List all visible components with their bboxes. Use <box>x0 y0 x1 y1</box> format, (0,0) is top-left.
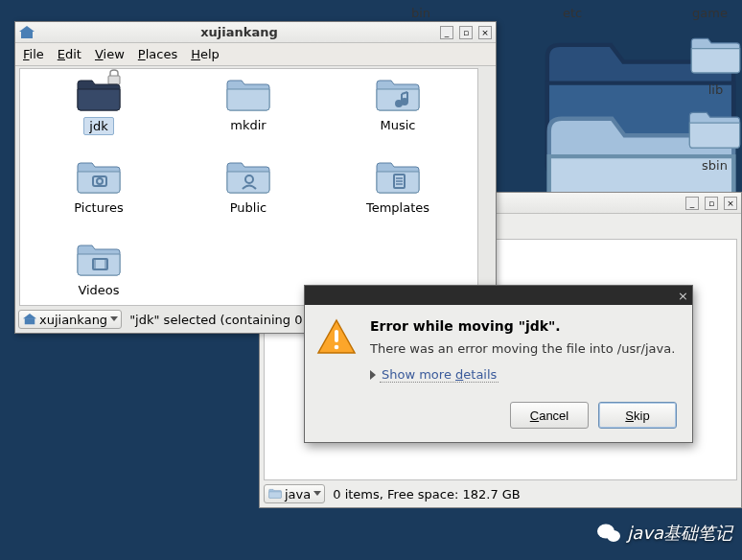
error-dialog: × Error while moving "jdk". There was an… <box>304 285 693 443</box>
location-label: java <box>285 487 311 502</box>
file-label: Public <box>225 199 271 216</box>
titlebar: xujiankang _ ▫ × <box>15 22 496 43</box>
bg-folder-lib[interactable]: lib <box>689 36 742 98</box>
file-item-music[interactable]: Music <box>323 79 473 161</box>
cancel-button[interactable]: Cancel <box>510 402 589 429</box>
menu-file[interactable]: File <box>23 47 44 61</box>
dialog-message: There was an error moving the file into … <box>370 341 675 356</box>
minimize-button[interactable]: _ <box>685 197 699 210</box>
label: game <box>687 5 732 21</box>
icon-view[interactable]: jdkmkdirMusicPicturesPublicTemplatesVide… <box>19 68 478 306</box>
bg-folder-game[interactable]: game <box>687 5 732 21</box>
file-item-jdk[interactable]: jdk <box>24 79 174 161</box>
folder-icon <box>76 161 122 196</box>
statusbar-text: "jdk" selected (containing 0 <box>126 313 302 327</box>
folder-icon <box>375 79 421 113</box>
file-item-pictures[interactable]: Pictures <box>24 161 174 244</box>
location-button[interactable]: java <box>264 484 325 503</box>
folder-icon <box>268 487 282 501</box>
dialog-heading: Error while moving "jdk". <box>370 318 675 334</box>
folder-icon <box>687 110 742 154</box>
label: sbin <box>697 157 732 174</box>
chevron-down-icon <box>110 316 118 321</box>
window-title: xujiankang <box>38 25 440 39</box>
bg-folder-sbin[interactable]: sbin <box>687 110 742 174</box>
minimize-button[interactable]: _ <box>440 26 453 39</box>
menu-help[interactable]: Help <box>191 47 220 61</box>
disclosure-triangle-icon <box>370 370 376 380</box>
label: bin <box>406 5 435 21</box>
folder-icon <box>76 79 122 113</box>
show-more-details[interactable]: Show more details <box>370 367 675 383</box>
close-button[interactable]: × <box>478 26 492 39</box>
svg-point-12 <box>607 530 620 542</box>
file-label: jdk <box>83 117 113 135</box>
watermark-text: java基础笔记 <box>627 522 732 545</box>
menubar: File Edit View Places Help <box>15 43 496 66</box>
menu-edit[interactable]: Edit <box>58 47 81 61</box>
label: lib <box>704 82 728 98</box>
dialog-titlebar: × <box>305 286 692 305</box>
home-icon <box>23 313 36 326</box>
svg-point-5 <box>402 99 407 105</box>
file-label: Videos <box>73 282 124 298</box>
file-label: Templates <box>361 199 434 216</box>
folder-icon <box>76 244 122 278</box>
file-label: Pictures <box>69 199 128 216</box>
folder-icon <box>225 161 271 196</box>
skip-button[interactable]: Skip <box>598 402 677 429</box>
file-item-videos[interactable]: Videos <box>24 244 174 306</box>
folder-icon <box>225 79 271 113</box>
location-label: xujiankang <box>39 313 107 327</box>
file-item-templates[interactable]: Templates <box>323 161 473 244</box>
bg-folder-etc[interactable]: etc <box>558 5 587 21</box>
menu-places[interactable]: Places <box>138 47 177 61</box>
location-button[interactable]: xujiankang <box>18 310 122 329</box>
file-label: Music <box>376 117 421 133</box>
statusbar-text: 0 items, Free space: 182.7 GB <box>329 487 521 502</box>
maximize-button[interactable]: ▫ <box>705 197 718 210</box>
close-icon[interactable]: × <box>678 289 688 303</box>
maximize-button[interactable]: ▫ <box>459 26 473 39</box>
folder-icon <box>375 161 421 196</box>
chevron-down-icon <box>313 491 321 496</box>
folder-icon <box>689 36 742 79</box>
wechat-icon <box>596 523 621 544</box>
file-item-public[interactable]: Public <box>174 161 323 244</box>
warning-icon <box>316 318 357 359</box>
bg-folder-bin[interactable]: bin <box>406 5 435 21</box>
file-label: mkdir <box>225 117 270 133</box>
file-item-mkdir[interactable]: mkdir <box>174 79 323 161</box>
menu-view[interactable]: View <box>95 47 125 61</box>
label: etc <box>558 5 587 21</box>
show-more-label: Show more details <box>380 367 499 383</box>
close-button[interactable]: × <box>724 197 737 210</box>
home-icon <box>19 25 35 40</box>
watermark: java基础笔记 <box>596 522 732 545</box>
